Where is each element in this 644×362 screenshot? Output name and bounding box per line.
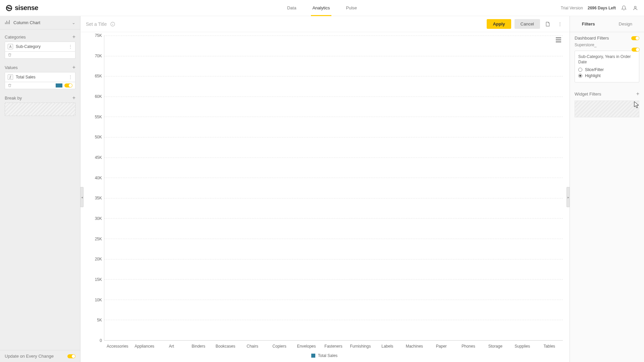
sum-type-icon: Σ	[8, 74, 13, 80]
dashboard-filter-card: Sub-Category, Years in Order Date Slice/…	[575, 51, 639, 82]
tab-design[interactable]: Design	[607, 16, 644, 32]
x-tick-label: Fasteners	[320, 344, 347, 349]
right-panel: Filters Design Dashboard Filters Superst…	[570, 16, 644, 362]
x-tick-label: Phones	[455, 344, 482, 349]
x-tick-label: Labels	[374, 344, 401, 349]
trial-days: 2696 Days Left	[588, 6, 616, 10]
x-tick-label: Furnishings	[347, 344, 374, 349]
apply-button[interactable]: Apply	[487, 19, 511, 29]
categories-field-subrow	[5, 52, 75, 59]
x-tick-label: Art	[158, 344, 185, 349]
x-tick-label: Paper	[428, 344, 455, 349]
widget-filters-add-button[interactable]: +	[636, 91, 639, 97]
tab-filters[interactable]: Filters	[570, 16, 607, 32]
x-tick-label: Appliances	[131, 344, 158, 349]
bell-icon[interactable]	[621, 5, 627, 11]
x-tick-label: Storage	[482, 344, 509, 349]
trash-icon[interactable]	[8, 53, 12, 57]
y-tick-label: 70K	[95, 54, 102, 58]
categories-section: Categories + A Sub-Category ⋮	[0, 29, 80, 60]
legend-label: Total Sales	[318, 353, 338, 358]
x-tick-label: Machines	[401, 344, 428, 349]
editor-center: Set a Title Apply Cancel ⋮ ◂	[80, 16, 570, 362]
y-tick-label: 5K	[97, 318, 102, 322]
tab-analytics[interactable]: Analytics	[311, 0, 331, 16]
chart-type-selector[interactable]: Column Chart ⌄	[0, 16, 80, 29]
left-footer: Update on Every Change	[0, 350, 80, 362]
radio-icon	[578, 68, 582, 72]
widget-filters-title: Widget Filters	[575, 92, 601, 97]
y-tick-label: 20K	[95, 257, 102, 261]
values-field-subrow	[5, 82, 75, 89]
column-chart-icon	[5, 19, 10, 26]
info-icon[interactable]	[110, 21, 115, 27]
y-tick-label: 45K	[95, 155, 102, 160]
categories-field-label: Sub-Category	[16, 44, 41, 49]
x-tick-label: Chairs	[239, 344, 266, 349]
y-tick-label: 40K	[95, 176, 102, 180]
tab-data[interactable]: Data	[286, 0, 298, 16]
radio-highlight[interactable]: Highlight	[578, 73, 636, 78]
dashboard-filters-toggle[interactable]	[631, 36, 639, 40]
update-toggle[interactable]	[67, 354, 75, 358]
x-tick-label: Envelopes	[293, 344, 320, 349]
tab-pulse[interactable]: Pulse	[344, 0, 358, 16]
values-field-label: Total Sales	[16, 75, 36, 79]
brand-logo: sisense	[5, 4, 38, 12]
topbar-right: Trial Version 2696 Days Left	[561, 5, 639, 11]
trash-icon[interactable]	[8, 83, 12, 87]
bars-container	[104, 36, 563, 341]
series-toggle[interactable]	[64, 83, 72, 87]
y-tick-label: 15K	[95, 277, 102, 282]
filter-source-name: Superstore_	[575, 43, 639, 47]
y-axis: 05K10K15K20K25K30K35K40K45K50K55K60K65K7…	[86, 36, 104, 341]
kebab-icon[interactable]: ⋮	[68, 44, 72, 49]
widget-filters-dropzone[interactable]	[575, 101, 639, 117]
chart-type-label: Column Chart	[13, 20, 68, 25]
values-field-pill[interactable]: Σ Total Sales ⋮	[5, 72, 75, 82]
y-tick-label: 60K	[95, 94, 102, 99]
kebab-icon[interactable]: ⋮	[68, 75, 72, 79]
radio-slice[interactable]: Slice/Filter	[578, 67, 636, 72]
y-tick-label: 0	[100, 338, 102, 343]
top-bar: sisense Data Analytics Pulse Trial Versi…	[0, 0, 644, 16]
series-color-chip[interactable]	[56, 83, 62, 87]
widget-title-input[interactable]: Set a Title	[86, 21, 107, 27]
y-tick-label: 75K	[95, 33, 102, 38]
widget-toolbar: Set a Title Apply Cancel ⋮	[80, 16, 570, 32]
x-tick-label: Bookcases	[212, 344, 239, 349]
x-axis: AccessoriesAppliancesArtBindersBookcases…	[104, 344, 563, 349]
export-icon[interactable]	[543, 20, 552, 28]
dashboard-filters-title: Dashboard Filters	[575, 36, 609, 41]
x-tick-label: Tables	[536, 344, 563, 349]
legend: Total Sales	[86, 353, 563, 358]
text-type-icon: A	[8, 44, 13, 49]
values-add-button[interactable]: +	[72, 65, 75, 70]
cancel-button[interactable]: Cancel	[515, 19, 540, 29]
radio-icon	[578, 74, 582, 78]
breakby-title: Break by	[5, 96, 22, 101]
breakby-add-button[interactable]: +	[72, 95, 75, 101]
y-tick-label: 10K	[95, 298, 102, 302]
y-tick-label: 25K	[95, 237, 102, 241]
x-tick-label: Binders	[185, 344, 212, 349]
kebab-icon[interactable]: ⋮	[555, 20, 564, 28]
categories-add-button[interactable]: +	[72, 34, 75, 40]
filter-card-toggle[interactable]	[632, 48, 640, 52]
radio-highlight-label: Highlight	[585, 73, 601, 78]
collapse-left-handle[interactable]: ◂	[80, 187, 84, 207]
y-tick-label: 50K	[95, 135, 102, 139]
y-tick-label: 65K	[95, 74, 102, 78]
svg-point-0	[634, 6, 636, 8]
chevron-down-icon: ⌄	[72, 20, 75, 25]
values-title: Values	[5, 65, 18, 70]
breakby-dropzone[interactable]	[5, 103, 75, 116]
brand-icon	[5, 4, 13, 12]
y-tick-label: 30K	[95, 216, 102, 221]
collapse-right-handle[interactable]: ▸	[567, 187, 570, 207]
top-nav: Data Analytics Pulse	[286, 0, 358, 16]
categories-field-pill[interactable]: A Sub-Category ⋮	[5, 42, 75, 52]
radio-slice-label: Slice/Filter	[585, 67, 604, 72]
user-icon[interactable]	[632, 5, 639, 11]
x-tick-label: Copiers	[266, 344, 293, 349]
